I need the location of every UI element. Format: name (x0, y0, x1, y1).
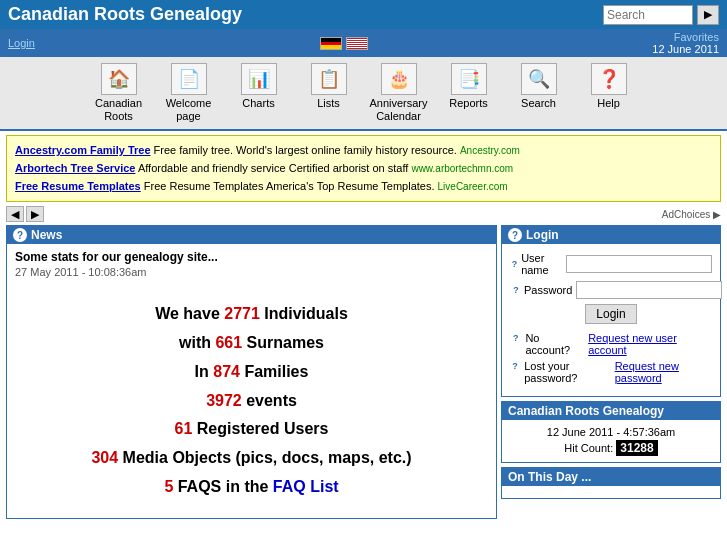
password-row: ? Password (510, 281, 712, 299)
ad-next-button[interactable]: ▶ (26, 206, 44, 222)
news-header: ? News (7, 226, 496, 244)
help-icon: ❓ (591, 63, 627, 95)
nav-date: 12 June 2011 (652, 43, 719, 55)
lost-password-row: ? Lost your password? Request new passwo… (510, 360, 712, 384)
nav-reports[interactable]: 📑 Reports (439, 63, 499, 123)
password-label: ? Password (510, 284, 572, 296)
stat-surnames: with 661 Surnames (15, 329, 488, 358)
ad-desc-2: Free Resume Templates America's Top Resu… (144, 180, 438, 192)
no-account-help-icon[interactable]: ? (510, 332, 521, 344)
stat-users: 61 Registered Users (15, 415, 488, 444)
no-account-row: ? No account? Request new user account (510, 332, 712, 356)
lists-icon: 📋 (311, 63, 347, 95)
reports-icon: 📑 (451, 63, 487, 95)
onthisday-body (502, 486, 720, 498)
stat-individuals: We have 2771 Individuals (15, 300, 488, 329)
ad-item-2: Free Resume Templates Free Resume Templa… (15, 178, 712, 196)
username-help-icon[interactable]: ? (510, 258, 519, 270)
login-box: ? Login ? User name ? Password (501, 225, 721, 397)
onthisday-box: On This Day ... (501, 467, 721, 499)
nav-welcome-page[interactable]: 📄 Welcome page (159, 63, 219, 123)
username-label: ? User name (510, 252, 562, 276)
hit-count-label: Hit Count: (564, 442, 613, 454)
hit-count-row: Hit Count: 31288 (510, 438, 712, 456)
nav-right: Favorites 12 June 2011 (652, 31, 719, 55)
faq-list-link[interactable]: FAQ List (273, 478, 339, 495)
nav-reports-label: Reports (449, 97, 488, 110)
right-column: ? Login ? User name ? Password (501, 225, 721, 519)
page-icon: 📄 (171, 63, 207, 95)
ad-title-0[interactable]: Ancestry.com Family Tree (15, 144, 151, 156)
search-button[interactable]: ▶ (697, 5, 719, 25)
password-input[interactable] (576, 281, 722, 299)
stat-events: 3972 events (15, 387, 488, 416)
icon-nav: 🏠 Canadian Roots 📄 Welcome page 📊 Charts… (0, 57, 727, 131)
request-account-link[interactable]: Request new user account (588, 332, 712, 356)
us-flag-icon (346, 37, 368, 50)
lost-password-help-icon[interactable]: ? (510, 360, 520, 372)
request-password-link[interactable]: Request new password (615, 360, 712, 384)
ad-source-1: www.arbortechmn.com (411, 163, 513, 174)
nav-lists[interactable]: 📋 Lists (299, 63, 359, 123)
ad-desc-0: Free family tree. World's largest online… (154, 144, 460, 156)
login-button[interactable]: Login (585, 304, 636, 324)
nav-help-label: Help (597, 97, 620, 110)
nav-search[interactable]: 🔍 Search (509, 63, 569, 123)
search-bar: ▶ (603, 5, 719, 25)
genealogy-datetime: 12 June 2011 - 4:57:36am (510, 426, 712, 438)
ad-item-1: Arbortech Tree Service Affordable and fr… (15, 160, 712, 178)
stat-users-num: 61 (175, 420, 193, 437)
german-flag-icon (320, 37, 342, 50)
news-help-icon[interactable]: ? (13, 228, 27, 242)
password-help-icon[interactable]: ? (510, 284, 522, 296)
site-title: Canadian Roots Genealogy (8, 4, 242, 25)
ad-controls: ◀ ▶ AdChoices ▶ (6, 206, 721, 222)
stat-media: 304 Media Objects (pics, docs, maps, etc… (15, 444, 488, 473)
hit-count-value: 31288 (616, 440, 657, 456)
username-row: ? User name (510, 252, 712, 276)
ad-title-2[interactable]: Free Resume Templates (15, 180, 141, 192)
stat-families: In 874 Families (15, 358, 488, 387)
genealogy-header: Canadian Roots Genealogy (502, 402, 720, 420)
username-input[interactable] (566, 255, 712, 273)
home-icon: 🏠 (101, 63, 137, 95)
nav-anniversary-calendar[interactable]: 🎂 Anniversary Calendar (369, 63, 429, 123)
calendar-icon: 🎂 (381, 63, 417, 95)
login-header-label: Login (526, 228, 559, 242)
charts-icon: 📊 (241, 63, 277, 95)
main-content: ? News Some stats for our genealogy site… (6, 225, 721, 519)
ad-title-1[interactable]: Arbortech Tree Service (15, 162, 135, 174)
stat-surnames-num: 661 (215, 334, 242, 351)
ad-prev-button[interactable]: ◀ (6, 206, 24, 222)
stat-events-num: 3972 (206, 392, 242, 409)
stat-faqs-num: 5 (164, 478, 173, 495)
stat-individuals-num: 2771 (224, 305, 260, 322)
favorites-label: Favorites (674, 31, 719, 43)
news-subtitle: Some stats for our genealogy site... (15, 250, 488, 264)
news-header-label: News (31, 228, 62, 242)
ad-choices-label[interactable]: AdChoices ▶ (662, 209, 721, 220)
nav-canadian-roots-label: Canadian Roots (89, 97, 149, 123)
nav-search-label: Search (521, 97, 556, 110)
nav-bar: Login Favorites 12 June 2011 (0, 29, 727, 57)
genealogy-body: 12 June 2011 - 4:57:36am Hit Count: 3128… (502, 420, 720, 462)
nav-anniversary-label: Anniversary Calendar (369, 97, 429, 123)
login-header: ? Login (502, 226, 720, 244)
onthisday-header: On This Day ... (502, 468, 720, 486)
login-body: ? User name ? Password Login ? No accoun… (502, 244, 720, 396)
login-help-icon[interactable]: ? (508, 228, 522, 242)
ad-source-2: LiveCareer.com (438, 181, 508, 192)
news-date: 27 May 2011 - 10:08:36am (15, 266, 488, 278)
flag-icons (320, 37, 368, 50)
nav-canadian-roots[interactable]: 🏠 Canadian Roots (89, 63, 149, 123)
no-account-label: No account? (525, 332, 584, 356)
search-input[interactable] (603, 5, 693, 25)
ad-source-0: Ancestry.com (460, 145, 520, 156)
lost-password-label: Lost your password? (524, 360, 610, 384)
login-link[interactable]: Login (8, 37, 35, 49)
ad-desc-1: Affordable and friendly service Certifie… (138, 162, 412, 174)
nav-help[interactable]: ❓ Help (579, 63, 639, 123)
news-content: Some stats for our genealogy site... 27 … (7, 244, 496, 518)
nav-charts[interactable]: 📊 Charts (229, 63, 289, 123)
search-icon: 🔍 (521, 63, 557, 95)
